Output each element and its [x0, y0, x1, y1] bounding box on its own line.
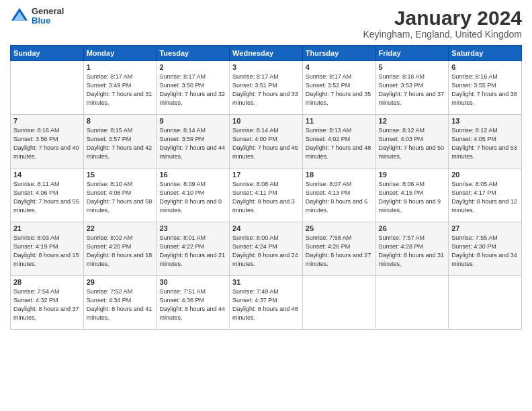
calendar-week-row: 21Sunrise: 8:03 AM Sunset: 4:19 PM Dayli… [11, 222, 522, 276]
day-number: 10 [232, 117, 300, 125]
logo-blue-label: Blue [32, 16, 64, 26]
table-row [11, 61, 84, 115]
day-number: 13 [451, 117, 519, 125]
day-number: 8 [87, 117, 154, 125]
cell-details: Sunrise: 8:17 AM Sunset: 3:52 PM Dayligh… [306, 73, 373, 107]
col-saturday: Saturday [449, 46, 522, 61]
cell-details: Sunrise: 8:05 AM Sunset: 4:17 PM Dayligh… [451, 180, 519, 215]
day-number: 7 [13, 117, 81, 125]
title-block: January 2024 Keyingham, England, United … [363, 7, 522, 40]
col-thursday: Thursday [302, 46, 375, 61]
cell-details: Sunrise: 8:15 AM Sunset: 3:57 PM Dayligh… [87, 126, 154, 161]
calendar-body: 1Sunrise: 8:17 AM Sunset: 3:49 PM Daylig… [11, 61, 522, 330]
cell-details: Sunrise: 8:13 AM Sunset: 4:02 PM Dayligh… [306, 126, 373, 161]
calendar-header: Sunday Monday Tuesday Wednesday Thursday… [11, 46, 522, 61]
col-sunday: Sunday [11, 46, 84, 61]
calendar-week-row: 28Sunrise: 7:54 AM Sunset: 4:32 PM Dayli… [11, 276, 522, 330]
cell-details: Sunrise: 8:16 AM Sunset: 3:53 PM Dayligh… [379, 73, 446, 107]
table-row: 23Sunrise: 8:01 AM Sunset: 4:22 PM Dayli… [157, 222, 230, 276]
cell-details: Sunrise: 8:14 AM Sunset: 3:59 PM Dayligh… [159, 126, 226, 161]
calendar-week-row: 7Sunrise: 8:16 AM Sunset: 3:56 PM Daylig… [11, 115, 522, 169]
table-row: 13Sunrise: 8:12 AM Sunset: 4:05 PM Dayli… [449, 115, 522, 169]
cell-details: Sunrise: 7:51 AM Sunset: 4:36 PM Dayligh… [159, 287, 226, 322]
table-row: 6Sunrise: 8:16 AM Sunset: 3:55 PM Daylig… [449, 61, 522, 115]
day-number: 29 [87, 278, 154, 286]
table-row: 10Sunrise: 8:14 AM Sunset: 4:00 PM Dayli… [230, 115, 303, 169]
table-row: 15Sunrise: 8:10 AM Sunset: 4:08 PM Dayli… [83, 169, 157, 222]
cell-details: Sunrise: 8:11 AM Sunset: 4:06 PM Dayligh… [13, 180, 81, 215]
col-friday: Friday [375, 46, 449, 61]
cell-details: Sunrise: 8:17 AM Sunset: 3:51 PM Dayligh… [232, 73, 300, 107]
table-row: 22Sunrise: 8:02 AM Sunset: 4:20 PM Dayli… [83, 222, 157, 276]
calendar-page: General Blue January 2024 Keyingham, Eng… [0, 0, 532, 411]
day-number: 31 [232, 278, 300, 286]
table-row: 30Sunrise: 7:51 AM Sunset: 4:36 PM Dayli… [157, 276, 230, 330]
table-row: 11Sunrise: 8:13 AM Sunset: 4:02 PM Dayli… [302, 115, 375, 169]
table-row: 24Sunrise: 8:00 AM Sunset: 4:24 PM Dayli… [230, 222, 303, 276]
day-number: 15 [87, 171, 154, 179]
logo-icon [10, 7, 29, 26]
calendar-week-row: 1Sunrise: 8:17 AM Sunset: 3:49 PM Daylig… [11, 61, 522, 115]
day-number: 4 [306, 63, 373, 71]
cell-details: Sunrise: 8:16 AM Sunset: 3:55 PM Dayligh… [451, 73, 519, 107]
day-number: 21 [13, 224, 81, 232]
cell-details: Sunrise: 8:08 AM Sunset: 4:11 PM Dayligh… [232, 180, 300, 215]
cell-details: Sunrise: 8:17 AM Sunset: 3:50 PM Dayligh… [159, 73, 226, 107]
table-row: 26Sunrise: 7:57 AM Sunset: 4:28 PM Dayli… [375, 222, 449, 276]
table-row: 14Sunrise: 8:11 AM Sunset: 4:06 PM Dayli… [11, 169, 84, 222]
day-number: 23 [159, 224, 226, 232]
cell-details: Sunrise: 8:17 AM Sunset: 3:49 PM Dayligh… [87, 73, 154, 107]
table-row: 2Sunrise: 8:17 AM Sunset: 3:50 PM Daylig… [157, 61, 230, 115]
cell-details: Sunrise: 7:54 AM Sunset: 4:32 PM Dayligh… [13, 287, 81, 322]
day-number: 9 [159, 117, 226, 125]
cell-details: Sunrise: 8:00 AM Sunset: 4:24 PM Dayligh… [232, 234, 300, 269]
header-row: Sunday Monday Tuesday Wednesday Thursday… [11, 46, 522, 61]
day-number: 30 [159, 278, 226, 286]
day-number: 20 [451, 171, 519, 179]
table-row: 18Sunrise: 8:07 AM Sunset: 4:13 PM Dayli… [302, 169, 375, 222]
calendar-table: Sunday Monday Tuesday Wednesday Thursday… [10, 45, 522, 330]
table-row: 31Sunrise: 7:49 AM Sunset: 4:37 PM Dayli… [230, 276, 303, 330]
cell-details: Sunrise: 8:12 AM Sunset: 4:03 PM Dayligh… [379, 126, 446, 161]
table-row: 16Sunrise: 8:09 AM Sunset: 4:10 PM Dayli… [157, 169, 230, 222]
day-number: 14 [13, 171, 81, 179]
day-number: 16 [159, 171, 226, 179]
cell-details: Sunrise: 8:07 AM Sunset: 4:13 PM Dayligh… [306, 180, 373, 215]
day-number: 24 [232, 224, 300, 232]
day-number: 26 [379, 224, 446, 232]
cell-details: Sunrise: 7:58 AM Sunset: 4:26 PM Dayligh… [306, 234, 373, 269]
cell-details: Sunrise: 8:10 AM Sunset: 4:08 PM Dayligh… [87, 180, 154, 215]
day-number: 12 [379, 117, 446, 125]
logo-general-label: General [32, 7, 64, 16]
cell-details: Sunrise: 8:14 AM Sunset: 4:00 PM Dayligh… [232, 126, 300, 161]
calendar-location: Keyingham, England, United Kingdom [363, 29, 522, 40]
cell-details: Sunrise: 8:01 AM Sunset: 4:22 PM Dayligh… [159, 234, 226, 269]
day-number: 22 [87, 224, 154, 232]
table-row: 7Sunrise: 8:16 AM Sunset: 3:56 PM Daylig… [11, 115, 84, 169]
cell-details: Sunrise: 7:49 AM Sunset: 4:37 PM Dayligh… [232, 287, 300, 322]
day-number: 3 [232, 63, 300, 71]
table-row: 17Sunrise: 8:08 AM Sunset: 4:11 PM Dayli… [230, 169, 303, 222]
cell-details: Sunrise: 8:12 AM Sunset: 4:05 PM Dayligh… [451, 126, 519, 161]
table-row: 1Sunrise: 8:17 AM Sunset: 3:49 PM Daylig… [83, 61, 157, 115]
cell-details: Sunrise: 7:57 AM Sunset: 4:28 PM Dayligh… [379, 234, 446, 269]
day-number: 5 [379, 63, 446, 71]
logo: General Blue [10, 7, 64, 26]
day-number: 11 [306, 117, 373, 125]
table-row: 19Sunrise: 8:06 AM Sunset: 4:15 PM Dayli… [375, 169, 449, 222]
cell-details: Sunrise: 8:06 AM Sunset: 4:15 PM Dayligh… [379, 180, 446, 215]
col-tuesday: Tuesday [157, 46, 230, 61]
day-number: 18 [306, 171, 373, 179]
calendar-title: January 2024 [363, 7, 522, 29]
day-number: 19 [379, 171, 446, 179]
cell-details: Sunrise: 7:52 AM Sunset: 4:34 PM Dayligh… [87, 287, 154, 322]
day-number: 28 [13, 278, 81, 286]
table-row: 8Sunrise: 8:15 AM Sunset: 3:57 PM Daylig… [83, 115, 157, 169]
day-number: 17 [232, 171, 300, 179]
logo-text: General Blue [32, 7, 64, 26]
day-number: 1 [87, 63, 154, 71]
table-row: 21Sunrise: 8:03 AM Sunset: 4:19 PM Dayli… [11, 222, 84, 276]
table-row [375, 276, 449, 330]
table-row: 4Sunrise: 8:17 AM Sunset: 3:52 PM Daylig… [302, 61, 375, 115]
table-row: 5Sunrise: 8:16 AM Sunset: 3:53 PM Daylig… [375, 61, 449, 115]
